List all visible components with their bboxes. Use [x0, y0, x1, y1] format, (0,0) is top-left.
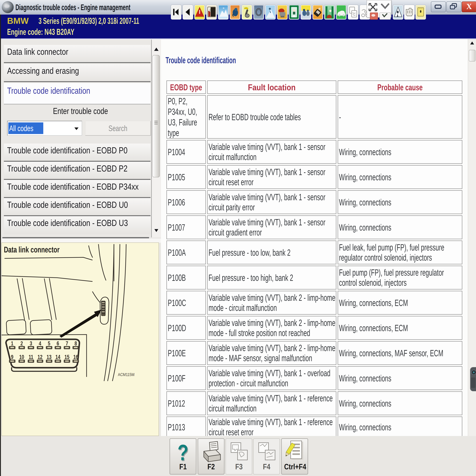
svg-text:13: 13: [47, 354, 51, 360]
svg-text:1: 1: [11, 340, 13, 346]
svg-text:3: 3: [30, 340, 32, 346]
svg-text:ACM115M: ACM115M: [118, 372, 135, 377]
svg-text:12: 12: [37, 354, 42, 360]
svg-text:16: 16: [73, 354, 78, 360]
svg-text:10: 10: [19, 354, 24, 360]
svg-text:4: 4: [39, 340, 41, 346]
svg-text:7: 7: [66, 340, 68, 346]
svg-text:15: 15: [64, 354, 69, 360]
svg-text:14: 14: [55, 354, 60, 360]
svg-text:11: 11: [29, 354, 33, 360]
svg-text:9: 9: [11, 354, 13, 360]
svg-text:8: 8: [74, 340, 77, 346]
svg-text:6: 6: [57, 340, 59, 346]
svg-text:2: 2: [20, 340, 23, 346]
svg-text:5: 5: [48, 340, 50, 346]
